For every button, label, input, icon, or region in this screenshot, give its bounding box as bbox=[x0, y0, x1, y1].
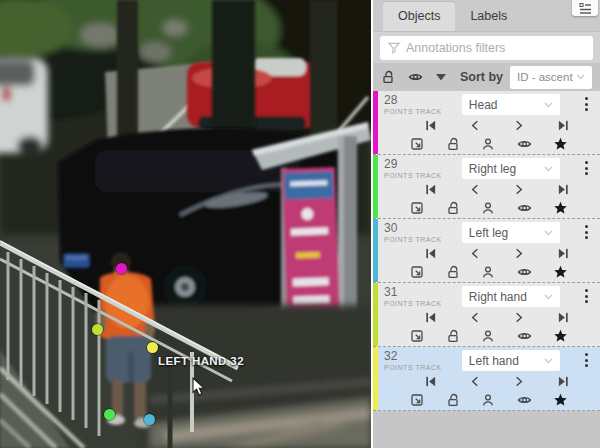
first-keyframe-button[interactable] bbox=[424, 183, 437, 196]
filter-row: Annotations filters bbox=[373, 32, 600, 63]
keyframe-toggle[interactable] bbox=[553, 265, 568, 279]
prev-keyframe-button[interactable] bbox=[469, 247, 481, 260]
panel-options-button[interactable] bbox=[572, 0, 598, 16]
annotation-point-right-hand[interactable] bbox=[92, 324, 103, 335]
skip-first-icon bbox=[424, 247, 437, 260]
star-icon bbox=[553, 137, 568, 151]
occluded-toggle[interactable] bbox=[517, 393, 532, 407]
lock-toggle[interactable] bbox=[446, 329, 460, 343]
track-menu-button[interactable] bbox=[580, 222, 594, 239]
skip-last-icon bbox=[557, 119, 570, 132]
last-keyframe-button[interactable] bbox=[557, 183, 570, 196]
white-car bbox=[0, 58, 48, 156]
caret-down-icon bbox=[436, 74, 446, 81]
track-label-value: Right leg bbox=[469, 162, 516, 176]
pinned-toggle[interactable] bbox=[481, 393, 495, 407]
occluded-toggle[interactable] bbox=[517, 137, 532, 151]
pavement bbox=[140, 305, 371, 448]
last-keyframe-button[interactable] bbox=[557, 119, 570, 132]
annotations-filter-input[interactable]: Annotations filters bbox=[380, 36, 593, 60]
outside-toggle[interactable] bbox=[410, 201, 424, 215]
prev-keyframe-button[interactable] bbox=[469, 311, 481, 324]
prev-keyframe-button[interactable] bbox=[469, 183, 481, 196]
eye-icon bbox=[517, 265, 532, 279]
chevron-right-icon bbox=[513, 247, 525, 260]
sort-order-select[interactable]: ID - ascent bbox=[510, 66, 592, 89]
lock-icon bbox=[446, 329, 460, 343]
chevron-right-icon bbox=[513, 183, 525, 196]
keyframe-toggle[interactable] bbox=[553, 329, 568, 343]
lock-toggle[interactable] bbox=[446, 137, 460, 151]
chevron-down-icon bbox=[544, 358, 553, 364]
next-keyframe-button[interactable] bbox=[513, 311, 525, 324]
collapse-all-button[interactable] bbox=[436, 74, 446, 81]
lock-toggle[interactable] bbox=[446, 393, 460, 407]
next-keyframe-button[interactable] bbox=[513, 183, 525, 196]
chevron-left-icon bbox=[469, 311, 481, 324]
prev-keyframe-button[interactable] bbox=[469, 375, 481, 388]
lock-toggle[interactable] bbox=[446, 201, 460, 215]
skip-last-icon bbox=[557, 375, 570, 388]
star-icon bbox=[553, 265, 568, 279]
track-type: POINTS TRACK bbox=[384, 300, 442, 307]
keyframe-toggle[interactable] bbox=[553, 201, 568, 215]
track-menu-button[interactable] bbox=[580, 158, 594, 175]
person-icon bbox=[481, 137, 495, 151]
sidebar-tabs: Objects Labels bbox=[373, 0, 600, 32]
pinned-toggle[interactable] bbox=[481, 137, 495, 151]
filter-placeholder: Annotations filters bbox=[406, 41, 505, 55]
star-icon bbox=[553, 329, 568, 343]
occluded-toggle[interactable] bbox=[517, 329, 532, 343]
pinned-toggle[interactable] bbox=[481, 329, 495, 343]
track-label-select[interactable]: Right leg bbox=[462, 158, 560, 179]
first-keyframe-button[interactable] bbox=[424, 247, 437, 260]
track-type: POINTS TRACK bbox=[384, 236, 442, 243]
keyframe-toggle[interactable] bbox=[553, 137, 568, 151]
last-keyframe-button[interactable] bbox=[557, 311, 570, 324]
pinned-toggle[interactable] bbox=[481, 201, 495, 215]
track-label-select[interactable]: Right hand bbox=[462, 286, 560, 307]
person-icon bbox=[481, 329, 495, 343]
annotation-point-left-hand[interactable] bbox=[147, 342, 158, 353]
last-keyframe-button[interactable] bbox=[557, 375, 570, 388]
next-keyframe-button[interactable] bbox=[513, 375, 525, 388]
first-keyframe-button[interactable] bbox=[424, 311, 437, 324]
track-label-select[interactable]: Left leg bbox=[462, 222, 560, 243]
annotation-point-left-leg[interactable] bbox=[144, 414, 155, 425]
pinned-toggle[interactable] bbox=[481, 265, 495, 279]
first-keyframe-button[interactable] bbox=[424, 375, 437, 388]
track-item: 32 POINTS TRACK Left hand bbox=[373, 347, 600, 411]
track-menu-button[interactable] bbox=[580, 350, 594, 367]
next-keyframe-button[interactable] bbox=[513, 119, 525, 132]
track-label-select[interactable]: Head bbox=[462, 94, 560, 115]
prev-keyframe-button[interactable] bbox=[469, 119, 481, 132]
outside-toggle[interactable] bbox=[410, 265, 424, 279]
next-keyframe-button[interactable] bbox=[513, 247, 525, 260]
keyframe-toggle[interactable] bbox=[553, 393, 568, 407]
hide-all-button[interactable] bbox=[408, 70, 423, 84]
occluded-toggle[interactable] bbox=[517, 265, 532, 279]
lock-all-button[interactable] bbox=[381, 70, 395, 84]
annotation-point-head[interactable] bbox=[116, 263, 127, 274]
track-label-value: Left leg bbox=[469, 226, 508, 240]
track-label-select[interactable]: Left hand bbox=[462, 350, 560, 371]
last-keyframe-button[interactable] bbox=[557, 247, 570, 260]
outside-toggle[interactable] bbox=[410, 137, 424, 151]
first-keyframe-button[interactable] bbox=[424, 119, 437, 132]
tab-objects[interactable]: Objects bbox=[383, 2, 455, 31]
box-arrow-icon bbox=[410, 137, 424, 151]
tab-labels[interactable]: Labels bbox=[455, 2, 522, 31]
outside-toggle[interactable] bbox=[410, 393, 424, 407]
track-menu-button[interactable] bbox=[580, 286, 594, 303]
track-type: POINTS TRACK bbox=[384, 364, 442, 371]
chevron-right-icon bbox=[513, 375, 525, 388]
track-id: 32 bbox=[384, 350, 442, 362]
frame-canvas[interactable]: LEFT HAND 32 bbox=[0, 0, 371, 448]
annotation-point-right-leg[interactable] bbox=[104, 409, 115, 420]
track-id: 31 bbox=[384, 286, 442, 298]
track-menu-button[interactable] bbox=[580, 94, 594, 111]
lock-toggle[interactable] bbox=[446, 265, 460, 279]
outside-toggle[interactable] bbox=[410, 329, 424, 343]
eye-icon bbox=[517, 393, 532, 407]
occluded-toggle[interactable] bbox=[517, 201, 532, 215]
